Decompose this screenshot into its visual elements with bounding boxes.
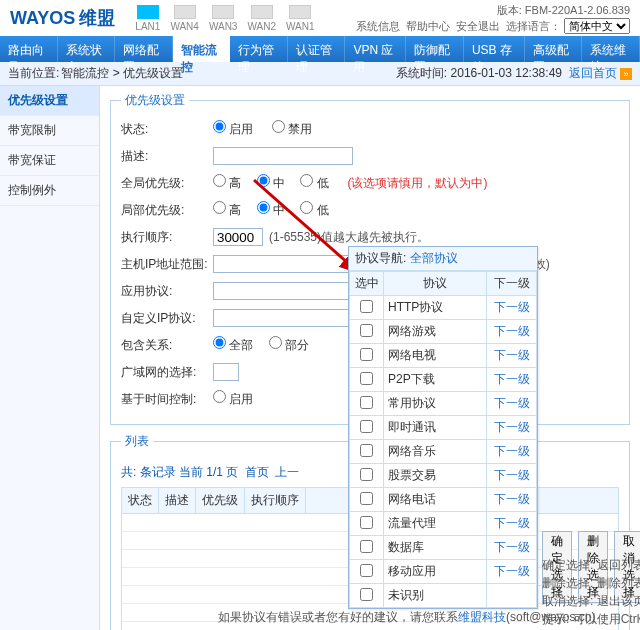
pager-link[interactable]: 首页 bbox=[245, 465, 269, 479]
popup-row: P2P下载下一级 bbox=[350, 368, 537, 392]
popup-row: HTTP协议下一级 bbox=[350, 296, 537, 320]
nav-item[interactable]: 防御配置 bbox=[406, 36, 464, 62]
popup-row-name: 未识别 bbox=[384, 584, 487, 608]
contain-part-radio[interactable]: 部分 bbox=[269, 336, 309, 354]
iprange-input[interactable] bbox=[213, 255, 353, 273]
lang-select[interactable]: 简体中文 bbox=[564, 18, 630, 34]
sidebar-item[interactable]: 优先级设置 bbox=[0, 86, 99, 116]
gpri-low[interactable]: 低 bbox=[300, 174, 328, 192]
popup-row: 网络电话下一级 bbox=[350, 488, 537, 512]
popup-row-checkbox[interactable] bbox=[360, 396, 373, 409]
footer-note-line: 取消选择: 退出该页面。 bbox=[542, 592, 640, 610]
brand-logo: WAYOS 维盟 bbox=[10, 6, 115, 30]
popup-row: 未识别 bbox=[350, 584, 537, 608]
popup-next-link[interactable]: 下一级 bbox=[494, 420, 530, 434]
popup-row-checkbox[interactable] bbox=[360, 492, 373, 505]
desc-input[interactable] bbox=[213, 147, 353, 165]
popup-nav-label: 协议导航: bbox=[355, 251, 406, 265]
state-enable-radio[interactable]: 启用 bbox=[213, 120, 253, 138]
local-pri-label: 局部优先级: bbox=[121, 202, 213, 219]
sidebar-item[interactable]: 控制例外 bbox=[0, 176, 99, 206]
lpri-hi[interactable]: 高 bbox=[213, 201, 241, 219]
popup-row-checkbox[interactable] bbox=[360, 444, 373, 457]
popup-row: 网络音乐下一级 bbox=[350, 440, 537, 464]
popup-row-checkbox[interactable] bbox=[360, 588, 373, 601]
popup-body: HTTP协议下一级网络游戏下一级网络电视下一级P2P下载下一级常用协议下一级即时… bbox=[350, 296, 537, 608]
port-WAN3: WAN3 bbox=[209, 5, 238, 32]
popup-table: 选中 协议 下一级 HTTP协议下一级网络游戏下一级网络电视下一级P2P下载下一… bbox=[349, 271, 537, 608]
gpri-hi[interactable]: 高 bbox=[213, 174, 241, 192]
popup-next-link[interactable]: 下一级 bbox=[494, 324, 530, 338]
nav-item[interactable]: 认证管理 bbox=[288, 36, 346, 62]
popup-row-name: 股票交易 bbox=[384, 464, 487, 488]
nav-item[interactable]: USB 存储 bbox=[464, 36, 525, 62]
header-link[interactable]: 帮助中心 bbox=[406, 20, 450, 32]
contact-email: (soft@wayos.cn) bbox=[506, 610, 596, 624]
popup-row-name: 数据库 bbox=[384, 536, 487, 560]
popup-row-checkbox[interactable] bbox=[360, 324, 373, 337]
nav-item[interactable]: 高级配置 bbox=[525, 36, 583, 62]
popup-nav-link[interactable]: 全部协议 bbox=[410, 251, 458, 265]
popup-row-checkbox[interactable] bbox=[360, 348, 373, 361]
nav-item[interactable]: VPN 应用 bbox=[345, 36, 406, 62]
popup-next-link[interactable]: 下一级 bbox=[494, 492, 530, 506]
brand-cn: 维盟 bbox=[79, 6, 115, 30]
header-link[interactable]: 系统信息 bbox=[356, 20, 400, 32]
list-col-header: 优先级 bbox=[196, 488, 245, 513]
main-panel: 优先级设置 状态: 启用 禁用 描述: 全局优先级: 高 中 低 bbox=[100, 86, 640, 630]
lpri-mid[interactable]: 中 bbox=[257, 201, 285, 219]
popup-next-link[interactable]: 下一级 bbox=[494, 564, 530, 578]
header-link[interactable]: 安全退出 bbox=[456, 20, 500, 32]
systime-value: 2016-01-03 12:38:49 bbox=[451, 66, 562, 80]
popup-row-checkbox[interactable] bbox=[360, 468, 373, 481]
popup-row-checkbox[interactable] bbox=[360, 564, 373, 577]
popup-next-link[interactable]: 下一级 bbox=[494, 348, 530, 362]
nav-item[interactable]: 行为管理 bbox=[230, 36, 288, 62]
customip-input[interactable] bbox=[213, 309, 353, 327]
popup-next-link[interactable]: 下一级 bbox=[494, 396, 530, 410]
global-pri-label: 全局优先级: bbox=[121, 175, 213, 192]
popup-next-link[interactable]: 下一级 bbox=[494, 468, 530, 482]
pri-hint: (该选项请慎用，默认为中) bbox=[347, 175, 487, 192]
nav-item[interactable]: 网络配置 bbox=[115, 36, 173, 62]
exec-order-hint: (1-65535)值越大越先被执行。 bbox=[269, 229, 429, 246]
popup-row-name: P2P下载 bbox=[384, 368, 487, 392]
nav-item[interactable]: 系统维护 bbox=[582, 36, 640, 62]
popup-next-link[interactable]: 下一级 bbox=[494, 444, 530, 458]
popup-row: 移动应用下一级 bbox=[350, 560, 537, 584]
brand-en: WAYOS bbox=[10, 8, 75, 29]
popup-next-link[interactable]: 下一级 bbox=[494, 300, 530, 314]
state-disable-radio[interactable]: 禁用 bbox=[272, 120, 312, 138]
popup-row-checkbox[interactable] bbox=[360, 300, 373, 313]
popup-row-checkbox[interactable] bbox=[360, 516, 373, 529]
rss-icon[interactable]: » bbox=[620, 68, 632, 80]
popup-row: 常用协议下一级 bbox=[350, 392, 537, 416]
popup-row-checkbox[interactable] bbox=[360, 420, 373, 433]
exec-order-input[interactable] bbox=[213, 228, 263, 246]
back-home-link[interactable]: 返回首页 bbox=[569, 66, 617, 80]
popup-row-checkbox[interactable] bbox=[360, 540, 373, 553]
popup-next-link[interactable]: 下一级 bbox=[494, 516, 530, 530]
popup-row-name: 网络电视 bbox=[384, 344, 487, 368]
wanroute-input[interactable] bbox=[213, 363, 239, 381]
nav-item[interactable]: 系统状态 bbox=[58, 36, 116, 62]
nav-item[interactable]: 智能流控 bbox=[173, 36, 231, 62]
gpri-mid[interactable]: 中 bbox=[257, 174, 285, 192]
popup-row-checkbox[interactable] bbox=[360, 372, 373, 385]
desc-label: 描述: bbox=[121, 148, 213, 165]
popup-row-name: 即时通讯 bbox=[384, 416, 487, 440]
popup-next-link[interactable]: 下一级 bbox=[494, 540, 530, 554]
popup-next-link[interactable]: 下一级 bbox=[494, 372, 530, 386]
popup-row-name: 网络电话 bbox=[384, 488, 487, 512]
proto-input[interactable] bbox=[213, 282, 353, 300]
sidebar-item[interactable]: 带宽限制 bbox=[0, 116, 99, 146]
sidebar-item[interactable]: 带宽保证 bbox=[0, 146, 99, 176]
contain-all-radio[interactable]: 全部 bbox=[213, 336, 253, 354]
nav-item[interactable]: 路由向导 bbox=[0, 36, 58, 62]
pager-link[interactable]: 上一 bbox=[275, 465, 299, 479]
port-led-icon bbox=[212, 5, 234, 19]
contact-company[interactable]: 维盟科技 bbox=[458, 610, 506, 624]
lpri-low[interactable]: 低 bbox=[300, 201, 328, 219]
timectrl-enable[interactable]: 启用 bbox=[213, 390, 253, 408]
popup-th-proto: 协议 bbox=[384, 272, 487, 296]
